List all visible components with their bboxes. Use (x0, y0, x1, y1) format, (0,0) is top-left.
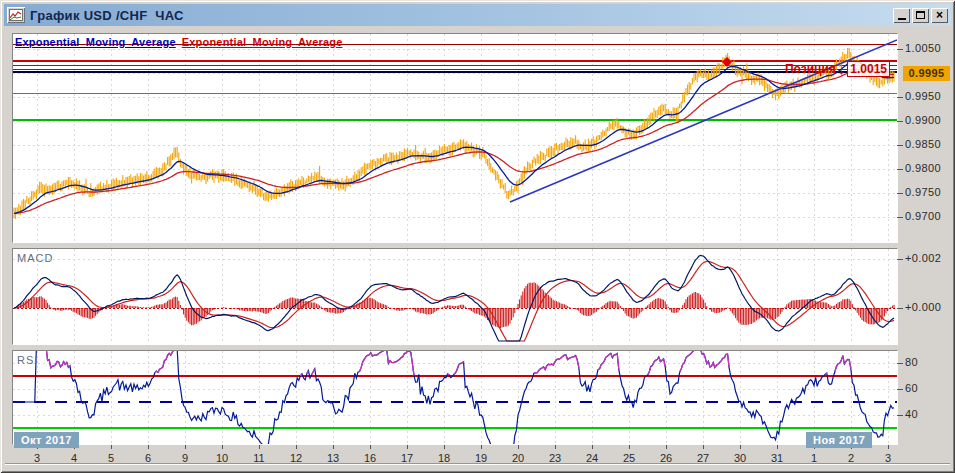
date-tick-mark (888, 445, 889, 449)
date-tick-mark (666, 445, 667, 449)
date-tick-mark (777, 445, 778, 449)
date-tick-mark (592, 445, 593, 449)
date-tick-label: 12 (290, 452, 302, 464)
position-label: Позиция ↓ 1.0015 (752, 61, 890, 77)
month-badge-oct: Окт 2017 (14, 432, 79, 448)
date-tick-mark (370, 445, 371, 449)
date-tick-label: 17 (401, 452, 413, 464)
date-tick-label: 19 (475, 452, 487, 464)
date-tick-label: 18 (438, 452, 450, 464)
minimize-icon (898, 18, 906, 20)
date-tick-mark (333, 445, 334, 449)
date-tick-mark (222, 445, 223, 449)
date-tick-label: 20 (512, 452, 524, 464)
date-tick-label: 6 (145, 452, 151, 464)
window-title: График USD /CHF ЧАС (30, 8, 184, 23)
arrow-down-icon: ↓ (838, 63, 846, 75)
macd-tick-label: +0.002 (905, 252, 953, 264)
date-tick-mark (740, 445, 741, 449)
chart-icon[interactable] (7, 7, 25, 23)
date-tick-label: 4 (71, 452, 77, 464)
maximize-icon (916, 11, 925, 19)
price-tick-label: 1.0050 (905, 42, 953, 54)
date-tick-mark (518, 445, 519, 449)
macd-label: MACD (17, 252, 53, 264)
date-tick-label: 30 (734, 452, 746, 464)
date-tick-mark (259, 445, 260, 449)
date-tick-mark (481, 445, 482, 449)
price-tick-label: 0.9850 (905, 138, 953, 150)
date-tick-label: 3 (34, 452, 40, 464)
date-tick-mark (444, 445, 445, 449)
date-tick-label: 31 (771, 452, 783, 464)
macd-panel[interactable] (12, 248, 898, 345)
chart-window: График USD /CHF ЧАС × Exponential Moving… (0, 0, 955, 473)
month-badge-nov: Ноя 2017 (806, 432, 872, 448)
date-tick-mark (407, 445, 408, 449)
minimize-button[interactable] (893, 8, 910, 23)
date-tick-mark (629, 445, 630, 449)
date-tick-label: 2 (848, 452, 854, 464)
rsi-label: RSI (17, 354, 38, 366)
date-tick-mark (185, 445, 186, 449)
date-tick-label: 1 (811, 452, 817, 464)
price-tick-label: 0.9750 (905, 186, 953, 198)
date-tick-label: 25 (623, 452, 635, 464)
date-tick-label: 27 (697, 452, 709, 464)
rsi-tick-label: 80 (905, 356, 953, 368)
date-tick-label: 9 (182, 452, 188, 464)
price-tick-label: 0.9950 (905, 90, 953, 102)
date-tick-label: 24 (586, 452, 598, 464)
date-tick-label: 26 (660, 452, 672, 464)
date-tick-mark (555, 445, 556, 449)
macd-tick-label: +0.000 (905, 301, 953, 313)
rsi-panel[interactable] (12, 350, 898, 445)
current-price-badge: 0.9995 (903, 66, 950, 81)
position-value: 1.0015 (847, 61, 890, 77)
close-button[interactable]: × (931, 8, 948, 23)
date-tick-label: 16 (364, 452, 376, 464)
date-tick-mark (296, 445, 297, 449)
date-tick-label: 11 (253, 452, 264, 464)
position-text: Позиция (785, 62, 836, 76)
date-tick-label: 10 (216, 452, 228, 464)
price-tick-label: 0.9900 (905, 114, 953, 126)
date-tick-label: 3 (885, 452, 891, 464)
price-tick-label: 0.9800 (905, 162, 953, 174)
rsi-tick-label: 40 (905, 408, 953, 420)
maximize-button[interactable] (912, 8, 929, 23)
date-tick-label: 23 (549, 452, 561, 464)
ema-fast-legend: Exponential Moving Average (15, 36, 176, 48)
close-icon: × (936, 9, 943, 21)
date-tick-mark (148, 445, 149, 449)
date-tick-label: 5 (108, 452, 114, 464)
ema-legend: Exponential Moving AverageExponential Mo… (15, 36, 343, 48)
window-titlebar[interactable]: График USD /CHF ЧАС × (4, 4, 951, 26)
ema-slow-legend: Exponential Moving Average (182, 36, 343, 48)
date-tick-label: 13 (327, 452, 339, 464)
rsi-tick-label: 60 (905, 382, 953, 394)
price-tick-label: 0.9700 (905, 210, 953, 222)
date-tick-mark (703, 445, 704, 449)
date-tick-mark (111, 445, 112, 449)
